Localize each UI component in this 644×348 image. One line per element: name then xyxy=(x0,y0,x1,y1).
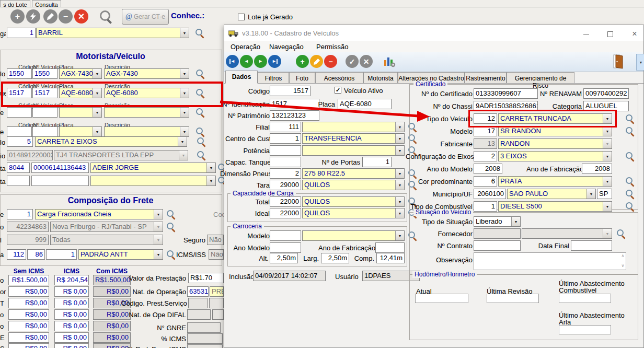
cert-ano-fabricacao-field[interactable]: 2008 xyxy=(582,164,612,174)
maximize-button[interactable] xyxy=(602,29,618,39)
eixos-code-field[interactable]: 2 xyxy=(474,151,497,161)
nat-operacao-code-field[interactable]: 635312 xyxy=(187,286,209,297)
codigo-field[interactable] xyxy=(7,126,32,137)
municipio-code-field[interactable]: 2060100 xyxy=(474,189,506,199)
fornecedor-search-icon[interactable] xyxy=(616,229,626,239)
add-button[interactable]: + xyxy=(10,9,25,24)
tipo-situacao-combo[interactable]: Liberado▼ xyxy=(474,216,521,227)
chevron-down-icon[interactable]: ▼ xyxy=(603,152,612,161)
carroceria-modelo-field[interactable] xyxy=(270,230,301,241)
filial-combo[interactable]: ▼ xyxy=(302,122,405,132)
icms-cell[interactable]: R$ 0,00 xyxy=(54,321,89,331)
placa-field[interactable]: AQE-6080 xyxy=(338,99,392,109)
lightning-button[interactable] xyxy=(26,9,40,24)
ideal-code-field[interactable]: 22000 xyxy=(270,208,301,218)
municipio-search-icon[interactable] xyxy=(625,189,635,199)
menu-navegacao[interactable]: Navegação xyxy=(267,42,306,51)
toolbar-overflow-button[interactable]: ▼ xyxy=(636,54,644,71)
tab-motorista[interactable]: Motorista xyxy=(363,72,398,84)
chevron-down-icon[interactable]: ▼ xyxy=(395,231,404,240)
nav-next-button[interactable]: ► xyxy=(254,55,267,68)
row-search-icon[interactable] xyxy=(196,127,205,137)
cor-combo[interactable]: PRATA▼ xyxy=(498,176,612,187)
nav-first-button[interactable]: ◄ xyxy=(226,55,239,68)
observacao-textarea[interactable] xyxy=(474,252,626,270)
icms-cell[interactable]: R$ 0,00 xyxy=(54,332,89,343)
chevron-down-icon[interactable]: ▼ xyxy=(178,137,187,146)
scroll-down-icon[interactable]: ∨ xyxy=(619,263,626,269)
chevron-down-icon[interactable]: ▼ xyxy=(586,189,595,199)
tara-code-field[interactable]: 29000 xyxy=(270,180,301,190)
tara-combo[interactable]: QUILOS▼ xyxy=(302,180,405,190)
chevron-down-icon[interactable]: ▼ xyxy=(180,127,189,136)
chevron-down-icon[interactable]: ▼ xyxy=(395,134,404,143)
descricao-combo[interactable]: ▼ xyxy=(104,107,189,118)
filial-code-field[interactable]: 111 xyxy=(270,122,301,132)
chevron-down-icon[interactable]: ▼ xyxy=(395,180,404,190)
potencia-combo[interactable]: ▼ xyxy=(302,145,405,156)
sem-icms-cell[interactable]: R$0,00 xyxy=(8,298,49,308)
nav-last-button[interactable]: ► xyxy=(268,55,281,68)
tabela-f3-field[interactable]: 1 xyxy=(46,249,77,260)
larg-field[interactable]: 2,50m xyxy=(321,253,349,263)
placa-combo[interactable]: ▼ xyxy=(59,107,102,118)
comp-field[interactable]: 12,41m xyxy=(376,253,405,263)
motorista-combo[interactable]: ▼ xyxy=(90,176,216,186)
num-veiculo-field[interactable] xyxy=(32,126,58,137)
row-search-icon[interactable] xyxy=(166,222,176,232)
search-icon[interactable] xyxy=(99,10,113,24)
renavam-field[interactable]: 00970400292 xyxy=(583,88,629,99)
sem-icms-cell[interactable]: R$0,00 xyxy=(8,286,49,297)
motorista-code-field[interactable]: 8044 xyxy=(7,163,30,173)
motorista-doc-field[interactable] xyxy=(31,176,89,186)
icms-cell[interactable]: R$ 0,00 xyxy=(54,286,89,297)
capac-tanque-field[interactable] xyxy=(270,157,301,167)
minimize-button[interactable] xyxy=(578,29,594,39)
contrato-field[interactable] xyxy=(474,240,521,251)
tabela-f1-field[interactable]: 112 xyxy=(7,249,26,260)
cancel-record-button[interactable]: ✕ xyxy=(360,55,373,68)
sem-icms-cell[interactable]: R$0,00 xyxy=(8,343,49,348)
chevron-down-icon[interactable]: ▼ xyxy=(180,108,189,117)
tab-foto[interactable]: Foto xyxy=(289,72,315,84)
motorista-doc-field[interactable]: 00006141136443 xyxy=(31,163,89,173)
remove-button[interactable]: − xyxy=(59,9,73,24)
atual-field[interactable] xyxy=(415,294,468,303)
codigo-field[interactable]: 1517 xyxy=(270,86,310,96)
municipio-combo[interactable]: SAO PAULO▼ xyxy=(507,189,596,199)
cancel-button[interactable]: ✕ xyxy=(74,9,88,24)
icms-cell[interactable]: R$ 204,54 xyxy=(54,275,89,285)
placa-combo[interactable]: ▼ xyxy=(59,126,102,137)
total-combo[interactable]: QUILOS▼ xyxy=(302,196,405,207)
tabela-f2-field[interactable]: 86 xyxy=(27,249,45,260)
tab-filtros[interactable]: Filtros xyxy=(258,72,289,84)
placa-combo[interactable]: AGX-7430▼ xyxy=(59,68,102,79)
tipo-veiculo-search-icon[interactable] xyxy=(625,114,635,124)
sem-icms-cell[interactable]: R$1.500,00 xyxy=(8,275,49,285)
eixos-search-icon[interactable] xyxy=(625,152,635,161)
descricao-combo[interactable]: ▼ xyxy=(104,126,189,137)
carga-combo[interactable]: BARRIL▼ xyxy=(36,28,189,38)
row-search-icon[interactable] xyxy=(166,210,176,219)
dimensao-code-field[interactable]: 2 xyxy=(270,168,301,179)
chevron-down-icon[interactable]: ▼ xyxy=(93,127,101,136)
modelo-code-field[interactable]: 17 xyxy=(474,126,497,136)
chevron-down-icon[interactable]: ▼ xyxy=(603,202,612,211)
chevron-down-icon[interactable]: ▼ xyxy=(154,250,163,259)
main-tab-itens-do-lote[interactable]: s do Lote xyxy=(0,0,30,7)
sem-icms-cell[interactable]: R$0,00 xyxy=(8,332,49,343)
centro-custo-combo[interactable]: TRANSFERENCIA▼ xyxy=(302,133,405,144)
chevron-down-icon[interactable]: ▼ xyxy=(206,163,215,172)
sem-icms-cell[interactable]: R$0,00 xyxy=(8,309,49,320)
tipo-veiculo-combo[interactable]: CARRETA 2 EIXOS▼ xyxy=(35,136,187,147)
tab-acessorios[interactable]: Acessórios xyxy=(315,72,363,84)
patrimonio-field[interactable]: 132123123 xyxy=(270,110,319,121)
close-button[interactable]: × xyxy=(627,29,642,39)
tab-dados[interactable]: Dados xyxy=(225,71,258,84)
delete-record-button[interactable]: − xyxy=(324,55,337,68)
chevron-down-icon[interactable]: ▼ xyxy=(395,197,404,206)
ultimo-abastecimento-arla-field[interactable] xyxy=(559,325,611,334)
chevron-down-icon[interactable]: ▼ xyxy=(154,210,163,219)
cor-code-field[interactable]: 6 xyxy=(474,176,497,187)
confirm-button[interactable]: ✓ xyxy=(346,55,359,68)
